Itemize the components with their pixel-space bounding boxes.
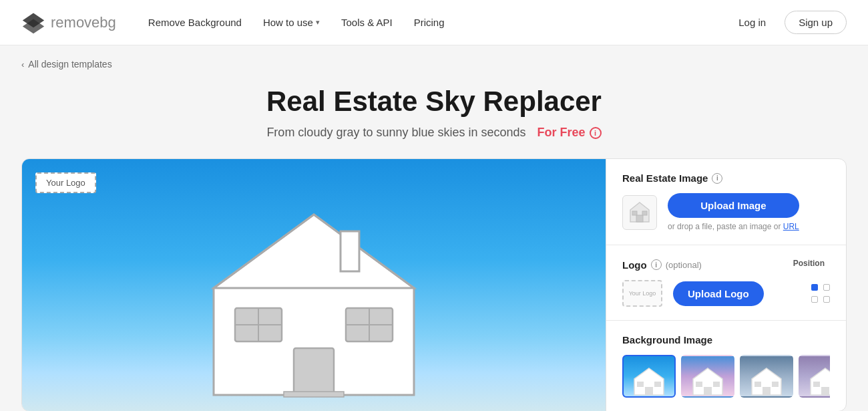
svg-rect-27 (754, 382, 761, 387)
background-section: Background Image (606, 321, 846, 411)
upload-row: Upload Image or drop a file, paste an im… (622, 193, 830, 231)
signup-button[interactable]: Sign up (785, 11, 847, 34)
house-icon (628, 200, 652, 225)
logo-upload-row: Your Logo Upload Logo (622, 280, 830, 307)
chevron-down-icon: ▾ (316, 18, 320, 27)
svg-rect-23 (696, 382, 702, 387)
upload-area: Upload Image or drop a file, paste an im… (668, 193, 799, 231)
bg-thumb-2[interactable] (681, 355, 734, 398)
optional-label: (optional) (666, 260, 702, 270)
nav-tools-api[interactable]: Tools & API (333, 11, 401, 33)
real-estate-section-title: Real Estate Image i (622, 172, 830, 184)
nav-remove-background[interactable]: Remove Background (140, 11, 250, 33)
preview-panel: Your Logo (22, 159, 606, 411)
main-nav: Remove Background How to use ▾ Tools & A… (140, 11, 704, 33)
position-dot-top-left[interactable] (811, 284, 818, 291)
position-dot-top-right[interactable] (823, 284, 830, 291)
svg-rect-22 (704, 387, 712, 395)
house-thumbnail (622, 195, 657, 230)
real-estate-section: Real Estate Image i Upload Image (606, 159, 846, 245)
svg-rect-14 (636, 215, 643, 222)
real-estate-info-icon[interactable]: i (712, 173, 722, 184)
svg-rect-24 (713, 382, 720, 387)
chevron-left-icon: ‹ (21, 59, 24, 70)
breadcrumb[interactable]: ‹ All design templates (21, 59, 847, 70)
logo-preview-placeholder: Your Logo (35, 172, 96, 193)
for-free-label: For Free (537, 126, 586, 140)
svg-rect-30 (821, 387, 829, 395)
logo-icon (21, 11, 45, 35)
nav-how-to-use[interactable]: How to use ▾ (255, 11, 328, 33)
header: removebg Remove Background How to use ▾ … (0, 0, 868, 45)
logo[interactable]: removebg (21, 11, 116, 35)
logo-info-icon[interactable]: i (651, 259, 662, 270)
position-dots (811, 284, 830, 303)
svg-rect-4 (341, 231, 359, 271)
svg-rect-31 (813, 382, 820, 387)
background-thumbnails (622, 355, 830, 398)
preview-image: Your Logo (22, 159, 606, 411)
upload-hint: or drop a file, paste an image or URL (668, 222, 799, 231)
logo-section-title: Logo i (optional) Position (622, 259, 830, 271)
position-grid (811, 284, 830, 303)
svg-rect-12 (284, 392, 344, 397)
bg-thumb-1[interactable] (622, 355, 676, 398)
svg-rect-20 (654, 382, 661, 387)
bg-thumb-4[interactable] (799, 355, 830, 398)
svg-rect-18 (645, 387, 653, 395)
svg-rect-28 (772, 382, 779, 387)
header-actions: Log in Sign up (728, 11, 847, 34)
logo-thumb: Your Logo (622, 280, 662, 307)
page-subtitle: From cloudy gray to sunny blue skies in … (21, 126, 847, 140)
upload-image-button[interactable]: Upload Image (668, 193, 799, 218)
logo-section: Logo i (optional) Position Your Logo Upl… (606, 245, 846, 321)
position-dot-bottom-left[interactable] (811, 296, 818, 303)
url-link[interactable]: URL (783, 222, 799, 231)
main-content: ‹ All design templates Real Estate Sky R… (0, 45, 868, 411)
page-title: Real Estate Sky Replacer (21, 86, 847, 118)
free-info-icon[interactable]: i (590, 127, 602, 139)
bg-thumb-3[interactable] (740, 355, 793, 398)
controls-panel: Real Estate Image i Upload Image (606, 159, 846, 411)
svg-rect-16 (642, 211, 647, 215)
position-label: Position (793, 259, 825, 268)
svg-rect-15 (632, 211, 637, 215)
house-preview (187, 194, 441, 411)
background-section-title: Background Image (622, 334, 830, 346)
svg-rect-19 (637, 382, 644, 387)
login-button[interactable]: Log in (728, 11, 777, 33)
logo-text: removebg (51, 14, 116, 31)
svg-rect-5 (294, 348, 334, 395)
svg-rect-26 (763, 387, 771, 395)
tool-area: Your Logo (21, 158, 847, 411)
position-dot-bottom-right[interactable] (823, 296, 830, 303)
nav-pricing[interactable]: Pricing (406, 11, 453, 33)
upload-logo-button[interactable]: Upload Logo (673, 281, 764, 306)
